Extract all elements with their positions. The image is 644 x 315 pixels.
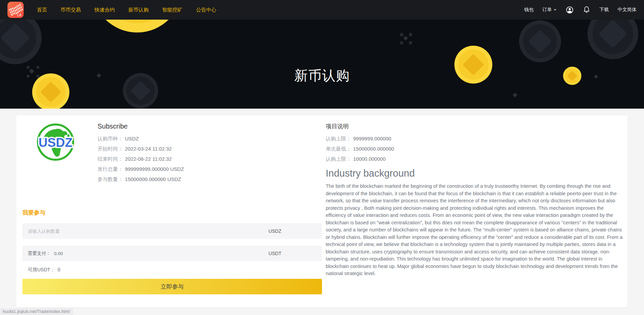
coin-decoration: [32, 73, 69, 109]
nav-item-home[interactable]: 首页: [37, 7, 47, 13]
status-url-tooltip: huobi1.jiujiub.net/Trade/index.html: [0, 308, 73, 315]
coin-decoration: [0, 20, 42, 64]
nav-item-new-coin-subscription[interactable]: 新币认购: [128, 7, 149, 13]
usdz-coin-logo: USDZ: [36, 122, 75, 162]
download-link[interactable]: 下载: [599, 7, 609, 13]
subscribe-heading: Subscribe: [98, 122, 184, 130]
coin-decoration: [123, 73, 158, 108]
brand-logo[interactable]: LA: [7, 2, 24, 18]
participate-heading: 我要参与: [22, 209, 322, 217]
logo-icon: LA: [7, 2, 24, 18]
subscription-cap-line: 认购上限：9999999.000000: [326, 134, 625, 144]
project-heading: 项目说明: [326, 122, 625, 130]
participation-amount-line: 参与数量：15000000.000000 USDZ: [98, 174, 184, 184]
industry-background-text: The birth of the blockchain marked the b…: [326, 183, 625, 277]
subscribe-panel: USDZ Subscribe 认购币种：USDZ 开始时间：2022-03-24…: [22, 122, 322, 307]
account-button[interactable]: [565, 6, 574, 14]
subscription-limit-line: 认购上限：10000.000000: [326, 154, 625, 164]
coin-decoration: [92, 20, 182, 32]
payment-unit-label: USDT: [269, 251, 281, 256]
industry-background-heading: Industry background: [326, 168, 625, 179]
coin-decoration: [454, 46, 492, 84]
total-issuance-line: 发行总量：999999999.000000 USDZ: [98, 164, 184, 174]
amount-unit-label: USDZ: [269, 228, 281, 234]
amount-input[interactable]: [28, 229, 231, 234]
top-nav: LA 首页 币币交易 快速合约 新币认购 智能挖矿 公告中心 钱包 订单: [0, 0, 644, 20]
page-title: 新币认购: [294, 66, 350, 85]
end-time-line: 结束时间：2022-06-22 11:02:32: [98, 154, 184, 164]
language-selector[interactable]: 中文简体: [618, 7, 637, 13]
project-panel: 项目说明 认购上限：9999999.000000 单次最低：15000000.0…: [322, 122, 626, 307]
svg-text:LA: LA: [17, 13, 22, 17]
available-balance-line: 可用USDT：0: [28, 267, 322, 273]
subscribe-coin-line: 认购币种：USDZ: [98, 134, 184, 144]
main-menu: 首页 币币交易 快速合约 新币认购 智能挖矿 公告中心: [37, 7, 216, 13]
payment-field-row: 需要支付： 0.00 USDT: [22, 246, 322, 261]
content-card: USDZ Subscribe 认购币种：USDZ 开始时间：2022-03-24…: [16, 115, 627, 307]
payment-label: 需要支付：: [28, 250, 51, 256]
available-value: 0: [58, 267, 60, 272]
svg-text:USDZ: USDZ: [39, 136, 73, 150]
start-time-line: 开始时间：2022-03-24 11:02:32: [98, 144, 184, 154]
wallet-link[interactable]: 钱包: [524, 7, 534, 13]
orders-label: 订单: [542, 7, 552, 13]
available-label: 可用USDT：: [28, 267, 55, 272]
coin-decoration: [587, 20, 638, 59]
user-icon: [565, 6, 574, 14]
nav-item-spot-trade[interactable]: 币币交易: [61, 7, 81, 13]
hero-banner: 新币认购: [0, 20, 644, 109]
nav-item-announcements[interactable]: 公告中心: [196, 7, 216, 13]
coin-decoration: [563, 67, 581, 85]
join-now-button[interactable]: 立即参与: [22, 279, 322, 294]
amount-field-row: USDZ: [22, 223, 322, 239]
chevron-down-icon: [554, 9, 557, 11]
coin-decoration: [519, 20, 561, 62]
bell-icon: [583, 5, 591, 14]
nav-right: 钱包 订单 下载 中文简体: [524, 5, 637, 14]
nav-item-fast-contract[interactable]: 快速合约: [94, 7, 115, 13]
single-minimum-line: 单次最低：15000000.000000: [326, 144, 625, 154]
nav-item-smart-mining[interactable]: 智能挖矿: [162, 7, 183, 13]
orders-dropdown[interactable]: 订单: [542, 7, 557, 13]
notifications-button[interactable]: [583, 5, 591, 14]
payment-value: 0.00: [54, 251, 63, 256]
